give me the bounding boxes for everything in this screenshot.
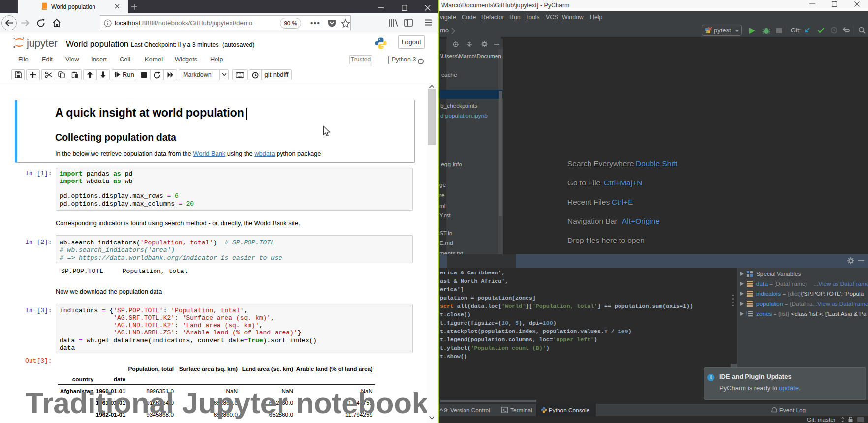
svg-text:2: 2 (746, 313, 747, 316)
